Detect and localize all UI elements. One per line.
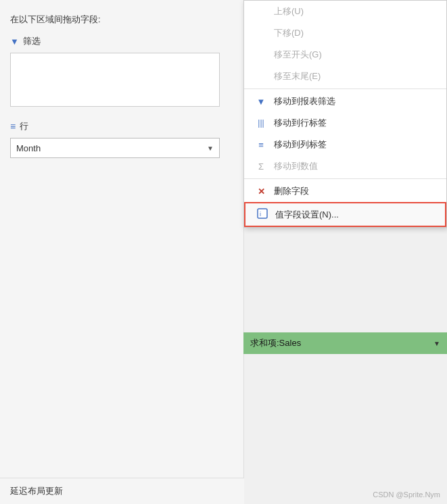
menu-item-move-row[interactable]: ||| 移动到行标签 <box>244 112 446 134</box>
svg-text:i: i <box>260 211 261 218</box>
menu-item-move-top[interactable]: 移至开头(G) <box>244 44 446 66</box>
filter-section: ▼ 筛选 <box>10 35 233 107</box>
menu-item-move-bottom[interactable]: 移至末尾(E) <box>244 66 446 87</box>
delete-field-icon: ✕ <box>255 186 267 197</box>
menu-item-move-bottom-label: 移至末尾(E) <box>274 70 321 82</box>
filter-box[interactable] <box>10 53 220 107</box>
menu-item-field-setting[interactable]: i 值字段设置(N)... <box>244 202 446 227</box>
menu-item-move-col[interactable]: ≡ 移动到列标签 <box>244 134 446 155</box>
menu-item-move-down-label: 下移(D) <box>274 27 304 39</box>
menu-item-move-value[interactable]: Σ 移动到数值 <box>244 155 446 177</box>
bottom-label: 延迟布局更新 <box>10 485 63 497</box>
menu-item-delete-field-label: 删除字段 <box>274 185 309 197</box>
month-dropdown-arrow: ▼ <box>207 145 214 152</box>
main-panel: 在以下区域间拖动字段: ▼ 筛选 ≡ 行 Month ▼ 延迟布局更新 <box>0 0 244 504</box>
menu-item-move-filter[interactable]: ▼ 移动到报表筛选 <box>244 91 446 112</box>
menu-separator-1 <box>244 89 446 89</box>
watermark: CSDN @Sprite.Nym <box>373 490 440 499</box>
value-row-green[interactable]: 求和项:Sales ▼ <box>243 332 447 354</box>
row-section-header: ≡ 行 <box>10 120 233 132</box>
filter-icon: ▼ <box>10 36 19 47</box>
menu-item-move-filter-label: 移动到报表筛选 <box>274 95 335 107</box>
menu-item-move-row-label: 移动到行标签 <box>274 117 327 129</box>
move-value-icon: Σ <box>255 161 267 172</box>
row-section: ≡ 行 Month ▼ <box>10 120 233 158</box>
month-value: Month <box>16 143 41 153</box>
menu-item-field-setting-label: 值字段设置(N)... <box>275 209 339 221</box>
menu-item-move-up-label: 上移(U) <box>274 5 304 18</box>
menu-item-move-value-label: 移动到数值 <box>274 160 318 172</box>
filter-label: 筛选 <box>23 35 41 47</box>
filter-section-header: ▼ 筛选 <box>10 35 233 47</box>
value-row-arrow: ▼ <box>433 340 440 347</box>
value-row-label: 求和项:Sales <box>250 337 301 349</box>
bottom-row: 延迟布局更新 <box>10 485 234 497</box>
bottom-section: 延迟布局更新 <box>0 478 244 504</box>
drag-instruction: 在以下区域间拖动字段: <box>10 14 233 26</box>
month-dropdown[interactable]: Month ▼ <box>10 138 220 158</box>
row-icon: ≡ <box>10 121 16 132</box>
menu-item-move-col-label: 移动到列标签 <box>274 138 327 151</box>
menu-separator-2 <box>244 178 446 179</box>
context-menu: 上移(U) 下移(D) 移至开头(G) 移至末尾(E) ▼ 移动到报表筛选 ||… <box>243 0 447 228</box>
menu-item-delete-field[interactable]: ✕ 删除字段 <box>244 180 446 202</box>
row-label: 行 <box>20 120 28 132</box>
field-setting-icon: i <box>256 208 268 221</box>
menu-item-move-down[interactable]: 下移(D) <box>244 22 446 44</box>
move-col-icon: ≡ <box>255 140 267 150</box>
menu-item-move-top-label: 移至开头(G) <box>274 49 322 61</box>
menu-item-move-up[interactable]: 上移(U) <box>244 1 446 22</box>
move-row-icon: ||| <box>255 118 267 128</box>
move-filter-icon: ▼ <box>255 97 267 107</box>
